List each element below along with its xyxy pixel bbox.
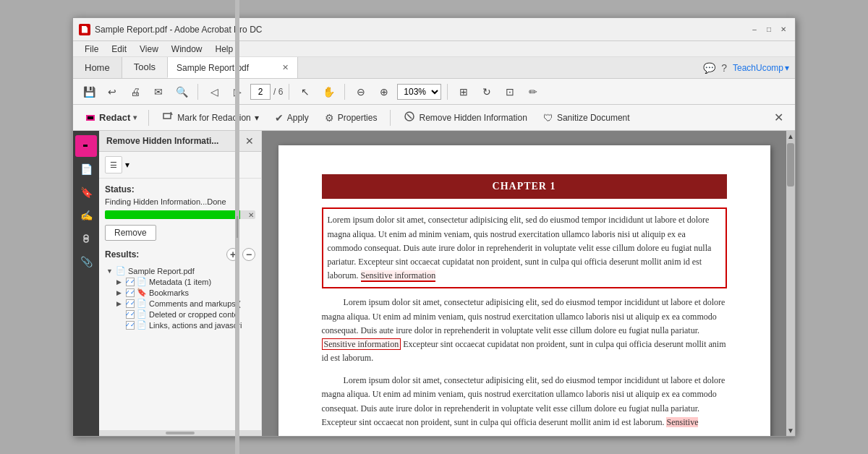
- content-area: 📄 🔖 ✍ 📎 Remove Hidden Informati... ✕ ☰ ▾…: [73, 131, 795, 436]
- redact-label[interactable]: Redact ▾: [79, 112, 142, 124]
- sidebar-icon-layers[interactable]: [75, 228, 97, 249]
- apply-button[interactable]: ✔ Apply: [268, 109, 316, 127]
- menu-view[interactable]: View: [134, 43, 164, 56]
- close-button[interactable]: ✕: [778, 24, 789, 35]
- panel-scroll-thumb: [166, 432, 195, 434]
- remove-hidden-label: Remove Hidden Information: [419, 113, 527, 123]
- search-button[interactable]: 🔍: [171, 82, 192, 102]
- select-tool[interactable]: ↖: [295, 82, 315, 102]
- sidebar-icon-bookmarks[interactable]: 🔖: [75, 181, 97, 203]
- chapter-heading: CHAPTER 1: [322, 174, 727, 199]
- menu-edit[interactable]: Edit: [106, 43, 132, 56]
- status-text: Finding Hidden Information...Done: [105, 197, 255, 206]
- progress-fill: [105, 210, 240, 219]
- deleted-label: Deleted or cropped conte: [149, 310, 239, 319]
- tab-tools[interactable]: Tools: [122, 57, 168, 78]
- title-bar: Sample Report.pdf - Adobe Acrobat Pro DC…: [73, 18, 795, 41]
- tree-view: ▼ 📄 Sample Report.pdf ▶ ✓ 📄 Metadata (1 …: [105, 264, 255, 332]
- properties-label: Properties: [338, 113, 378, 123]
- comments-label: Comments and markups (: [149, 299, 241, 308]
- metadata-check[interactable]: ✓: [126, 278, 135, 286]
- panel-view-button[interactable]: ☰: [105, 156, 122, 174]
- markup-button[interactable]: ✏: [523, 82, 543, 102]
- redact-sep2: [390, 110, 391, 126]
- redacted-text-1: Lorem ipsum dolor sit amet, consectetur …: [328, 213, 721, 283]
- scroll-thumb[interactable]: [787, 143, 794, 187]
- tree-item-metadata[interactable]: ▶ ✓ 📄 Metadata (1 item): [115, 276, 255, 287]
- prev-page-button[interactable]: ◁: [204, 82, 224, 102]
- tab-doc-close[interactable]: ✕: [282, 63, 289, 72]
- redacted-block-1: Lorem ipsum dolor sit amet, consectetur …: [322, 207, 727, 288]
- remove-hidden-icon: [404, 111, 415, 124]
- sidebar-icon-signatures[interactable]: ✍: [75, 205, 97, 226]
- zoom-in-button[interactable]: ⊕: [374, 82, 394, 102]
- sidebar-icon-redact[interactable]: [75, 135, 97, 157]
- comments-icon: 📄: [137, 299, 147, 308]
- links-label: Links, actions and javascri: [149, 321, 242, 330]
- main-toolbar: 💾 ↩ 🖨 ✉ 🔍 ◁ ▷ / 6 ↖ ✋ ⊖ ⊕ 103% 100% 75% …: [73, 79, 795, 105]
- deleted-icon: 📄: [137, 309, 147, 319]
- links-check[interactable]: ✓: [126, 321, 135, 330]
- tree-root-row[interactable]: ▼ 📄 Sample Report.pdf: [105, 265, 255, 276]
- mark-for-redaction-button[interactable]: Mark for Redaction ▾: [155, 108, 265, 127]
- panel-resize-handle[interactable]: [235, 131, 239, 436]
- menu-file[interactable]: File: [79, 43, 104, 56]
- help-icon[interactable]: ?: [721, 62, 727, 74]
- menu-window[interactable]: Window: [166, 43, 208, 56]
- sanitize-button[interactable]: 🛡 Sanitize Document: [536, 109, 637, 127]
- save-button[interactable]: 💾: [79, 82, 99, 102]
- tree-item-deleted[interactable]: ▶ ✓ 📄 Deleted or cropped conte: [115, 309, 255, 320]
- tree-item-links[interactable]: ▶ ✓ 📄 Links, actions and javascri: [115, 320, 255, 330]
- redact-close-button[interactable]: ✕: [768, 108, 789, 127]
- pdf-page: CHAPTER 1 Lorem ipsum dolor sit amet, co…: [278, 145, 770, 436]
- sidebar-icon-pages[interactable]: 📄: [75, 158, 97, 180]
- remove-hidden-button[interactable]: Remove Hidden Information: [396, 108, 534, 127]
- doc-scrollbar[interactable]: ▲ ▼: [786, 131, 795, 436]
- hand-tool[interactable]: ✋: [318, 82, 339, 102]
- svg-rect-1: [88, 116, 93, 119]
- sensitive-3: Sensitive: [666, 417, 698, 427]
- sanitize-label: Sanitize Document: [557, 113, 630, 123]
- chat-icon[interactable]: 💬: [703, 62, 715, 74]
- page-input[interactable]: [250, 84, 271, 100]
- bookmarks-check[interactable]: ✓: [126, 288, 135, 297]
- sensitive-2: Sensitive information: [322, 338, 401, 350]
- document-area[interactable]: CHAPTER 1 Lorem ipsum dolor sit amet, co…: [262, 131, 786, 436]
- apply-label: Apply: [287, 113, 309, 123]
- separator2: [289, 84, 289, 100]
- redact-toolbar: Redact ▾ Mark for Redaction ▾ ✔ Apply ⚙ …: [73, 105, 795, 131]
- progress-close[interactable]: ✕: [248, 211, 254, 219]
- sidebar-icon-attach[interactable]: 📎: [75, 251, 97, 273]
- fit-button[interactable]: ⊞: [454, 82, 474, 102]
- maximize-button[interactable]: □: [763, 24, 775, 35]
- minimize-button[interactable]: –: [749, 24, 760, 35]
- scroll-down[interactable]: ▼: [787, 427, 794, 434]
- comments-check[interactable]: ✓: [126, 299, 135, 308]
- tab-home[interactable]: Home: [73, 57, 122, 78]
- rotate-button[interactable]: ↻: [477, 82, 497, 102]
- account-button[interactable]: TeachUcomp ▾: [733, 63, 789, 73]
- tree-item-comments[interactable]: ▶ ✓ 📄 Comments and markups (: [115, 298, 255, 309]
- tab-document[interactable]: Sample Report.pdf ✕: [168, 57, 298, 78]
- zoom-select[interactable]: 103% 100% 75% 150%: [397, 84, 441, 100]
- separator: [197, 84, 198, 100]
- crop-button[interactable]: ⊡: [500, 82, 520, 102]
- properties-button[interactable]: ⚙ Properties: [318, 109, 385, 127]
- para3: Lorem ipsum dolor sit amet, consectetur …: [322, 374, 727, 429]
- metadata-label: Metadata (1 item): [149, 278, 211, 286]
- tree-children: ▶ ✓ 📄 Metadata (1 item) ▶ ✓ 🔖 Bookmarks: [105, 276, 255, 330]
- tree-root-chevron: ▼: [106, 267, 114, 275]
- back-button[interactable]: ↩: [102, 82, 122, 102]
- redact-sep1: [148, 110, 149, 126]
- deleted-check[interactable]: ✓: [126, 310, 135, 319]
- remove-button[interactable]: Remove: [105, 225, 156, 241]
- bookmarks-label: Bookmarks: [149, 288, 189, 297]
- email-button[interactable]: ✉: [148, 82, 169, 102]
- print-button[interactable]: 🖨: [125, 82, 145, 102]
- scroll-up[interactable]: ▲: [787, 132, 794, 140]
- collapse-all-button[interactable]: −: [242, 248, 255, 261]
- panel-close-button[interactable]: ✕: [245, 135, 254, 147]
- tree-item-bookmarks[interactable]: ▶ ✓ 🔖 Bookmarks: [115, 287, 255, 298]
- zoom-out-button[interactable]: ⊖: [351, 82, 371, 102]
- status-label: Status:: [105, 184, 255, 194]
